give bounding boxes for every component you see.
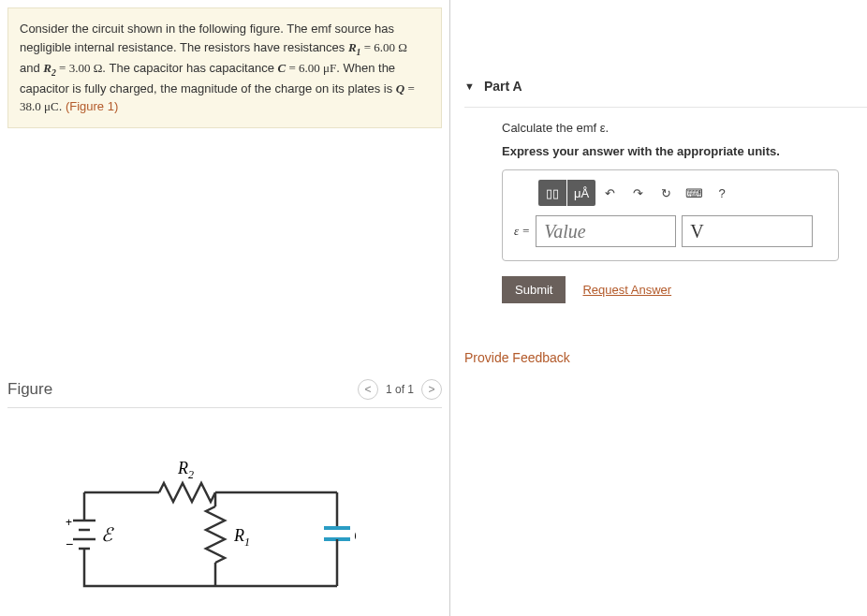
value-input[interactable] [536,215,676,247]
r2-value: = 3.00 Ω [56,61,103,75]
svg-text:R1: R1 [233,526,250,549]
redo-button[interactable]: ↷ [624,180,652,206]
r1-value: = 6.00 Ω [360,40,407,54]
keyboard-button[interactable]: ⌨ [680,180,708,206]
provide-feedback-link[interactable]: Provide Feedback [464,350,867,365]
submit-button[interactable]: Submit [502,276,566,303]
undo-button[interactable]: ↶ [595,180,624,206]
circuit-r1-label: R [233,526,244,545]
collapse-caret-icon: ▼ [464,81,475,92]
circuit-emf-label: ℰ [101,524,114,545]
part-a-header[interactable]: ▼ Part A [464,66,867,108]
figure-pager: < 1 of 1 > [358,379,442,400]
next-figure-button[interactable]: > [421,379,442,400]
figure-page-indicator: 1 of 1 [386,383,414,396]
emf-plus-icon: + [66,516,72,529]
problem-statement: Consider the circuit shown in the follow… [7,7,442,128]
request-answer-link[interactable]: Request Answer [582,283,671,297]
cap-sentence: . The capacitor has capacitance [102,61,277,75]
intro-text: Consider the circuit shown in the follow… [20,22,394,54]
answer-box: ▯▯ μÅ ↶ ↷ ↻ ⌨ ? ε = [502,169,839,261]
r2-symbol: R [43,61,51,75]
part-a-title: Part A [484,79,522,94]
circuit-diagram: R2 R1 C ℰ + − [56,455,356,608]
symbols-button[interactable]: μÅ [567,180,595,206]
r1-symbol: R [348,40,357,54]
emf-minus-icon: − [66,536,73,551]
help-button[interactable]: ? [708,180,736,206]
answer-variable-label: ε = [514,224,530,239]
circuit-r1-sub: 1 [244,535,250,549]
circuit-c-label: C [354,526,356,545]
figure-reference-link[interactable]: (Figure 1) [66,99,118,113]
question-prompt: Calculate the emf ε. [502,121,848,135]
units-input[interactable] [682,215,813,247]
reset-button[interactable]: ↻ [652,180,680,206]
figure-heading: Figure [7,380,52,399]
templates-button[interactable]: ▯▯ [538,180,566,206]
c-value: = 6.00 μF [286,61,336,75]
c-symbol: C [278,61,287,75]
circuit-r2-label: R [177,459,188,477]
prev-figure-button[interactable]: < [358,379,378,400]
q-symbol: Q [396,81,404,95]
svg-text:R2: R2 [177,459,194,481]
and-text: and [20,61,43,75]
circuit-r2-sub: 2 [188,468,194,481]
units-instruction: Express your answer with the appropriate… [502,144,848,158]
